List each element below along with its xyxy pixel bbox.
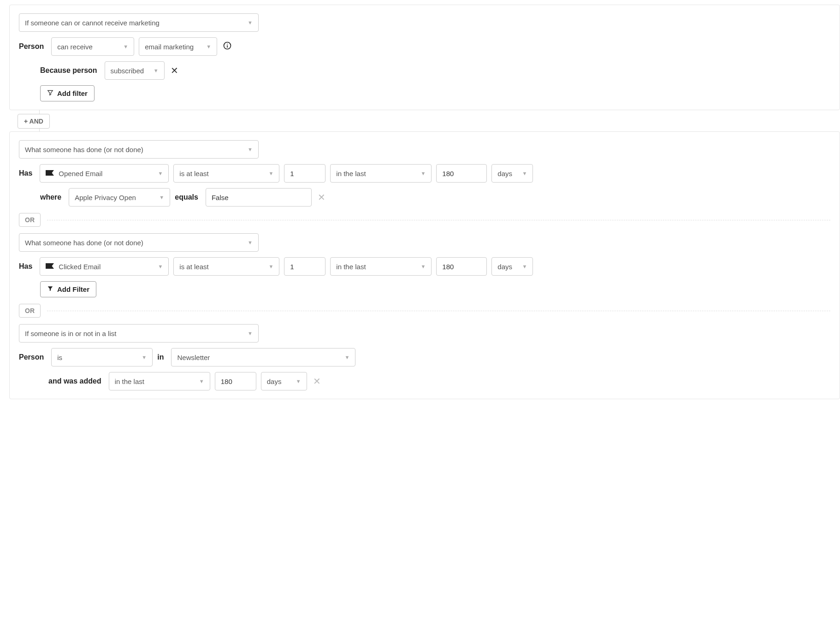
or-divider: OR xyxy=(19,304,830,318)
person-label: Person xyxy=(19,353,44,361)
where-prop-select[interactable]: Apple Privacy Open ▼ xyxy=(69,188,170,207)
unit-select-a[interactable]: days ▼ xyxy=(491,164,533,183)
add-filter-button-b[interactable]: Add Filter xyxy=(40,281,96,297)
chevron-down-icon: ▼ xyxy=(248,20,253,25)
svg-marker-4 xyxy=(46,263,54,269)
channel-select[interactable]: email marketing ▼ xyxy=(139,37,217,56)
chevron-down-icon: ▼ xyxy=(158,171,163,176)
event-select-b[interactable]: Clicked Email ▼ xyxy=(40,257,169,276)
timeframe-select-b[interactable]: in the last ▼ xyxy=(330,257,432,276)
operator-select-a[interactable]: is at least ▼ xyxy=(173,164,279,183)
because-select[interactable]: subscribed ▼ xyxy=(105,61,165,80)
chevron-down-icon: ▼ xyxy=(296,378,301,384)
count-input-b[interactable]: 1 xyxy=(284,257,325,276)
chevron-down-icon: ▼ xyxy=(248,147,253,152)
chevron-down-icon: ▼ xyxy=(154,68,159,73)
chevron-down-icon: ▼ xyxy=(158,264,163,269)
chevron-down-icon: ▼ xyxy=(199,378,204,384)
because-label: Because person xyxy=(40,66,97,75)
added-timeframe-select[interactable]: in the last ▼ xyxy=(109,372,210,390)
has-label: Has xyxy=(19,262,32,271)
condition-block-2: What someone has done (or not done) ▼ Ha… xyxy=(9,131,840,399)
chevron-down-icon: ▼ xyxy=(248,331,253,336)
condition-type-select-b[interactable]: What someone has done (or not done) ▼ xyxy=(19,233,259,252)
where-label: where xyxy=(40,193,61,201)
has-label: Has xyxy=(19,169,32,177)
can-receive-select[interactable]: can receive ▼ xyxy=(51,37,134,56)
person-is-select[interactable]: is ▼ xyxy=(51,348,153,366)
person-label: Person xyxy=(19,42,44,51)
condition-type-label: If someone can or cannot receive marketi… xyxy=(25,19,160,27)
divider-line xyxy=(47,220,830,220)
chevron-down-icon: ▼ xyxy=(420,171,426,176)
chevron-down-icon: ▼ xyxy=(268,171,273,176)
chevron-down-icon: ▼ xyxy=(522,171,527,176)
where-value-input[interactable]: False xyxy=(206,188,312,207)
and-button[interactable]: + AND xyxy=(18,114,50,129)
num-input-a[interactable]: 180 xyxy=(436,164,487,183)
info-icon[interactable] xyxy=(222,41,233,52)
added-num-input[interactable]: 180 xyxy=(215,372,256,390)
or-button[interactable]: OR xyxy=(19,304,41,318)
list-select[interactable]: Newsletter ▼ xyxy=(171,348,355,366)
chevron-down-icon: ▼ xyxy=(142,354,147,360)
and-connector: + AND xyxy=(30,110,840,131)
chevron-down-icon: ▼ xyxy=(522,264,527,269)
filter-icon xyxy=(47,285,53,293)
condition-type-select-a[interactable]: What someone has done (or not done) ▼ xyxy=(19,140,259,159)
in-label: in xyxy=(157,353,164,361)
equals-label: equals xyxy=(175,193,198,201)
num-input-b[interactable]: 180 xyxy=(436,257,487,276)
divider-line xyxy=(47,311,830,311)
remove-icon[interactable]: ✕ xyxy=(312,376,323,387)
added-unit-select[interactable]: days ▼ xyxy=(261,372,307,390)
remove-icon[interactable]: ✕ xyxy=(316,192,327,203)
condition-type-select[interactable]: If someone can or cannot receive marketi… xyxy=(19,13,259,32)
chevron-down-icon: ▼ xyxy=(159,195,164,200)
chevron-down-icon: ▼ xyxy=(123,44,128,49)
remove-icon[interactable]: ✕ xyxy=(169,65,180,76)
or-divider: OR xyxy=(19,213,830,227)
event-select-a[interactable]: Opened Email ▼ xyxy=(40,164,169,183)
funnel-icon xyxy=(47,89,53,97)
svg-marker-3 xyxy=(46,170,54,176)
chevron-down-icon: ▼ xyxy=(420,264,426,269)
chevron-down-icon: ▼ xyxy=(345,354,350,360)
count-input-a[interactable]: 1 xyxy=(284,164,325,183)
operator-select-b[interactable]: is at least ▼ xyxy=(173,257,279,276)
chevron-down-icon: ▼ xyxy=(248,240,253,245)
condition-block-1: If someone can or cannot receive marketi… xyxy=(9,5,840,110)
chevron-down-icon: ▼ xyxy=(206,44,211,49)
added-label: and was added xyxy=(48,377,101,385)
flag-icon xyxy=(46,170,54,177)
timeframe-select-a[interactable]: in the last ▼ xyxy=(330,164,432,183)
unit-select-b[interactable]: days ▼ xyxy=(491,257,533,276)
chevron-down-icon: ▼ xyxy=(268,264,273,269)
or-button[interactable]: OR xyxy=(19,213,41,227)
svg-point-1 xyxy=(227,44,228,45)
flag-icon xyxy=(46,263,54,271)
add-filter-button[interactable]: Add filter xyxy=(40,85,95,101)
condition-type-select-c[interactable]: If someone is in or not in a list ▼ xyxy=(19,324,259,343)
